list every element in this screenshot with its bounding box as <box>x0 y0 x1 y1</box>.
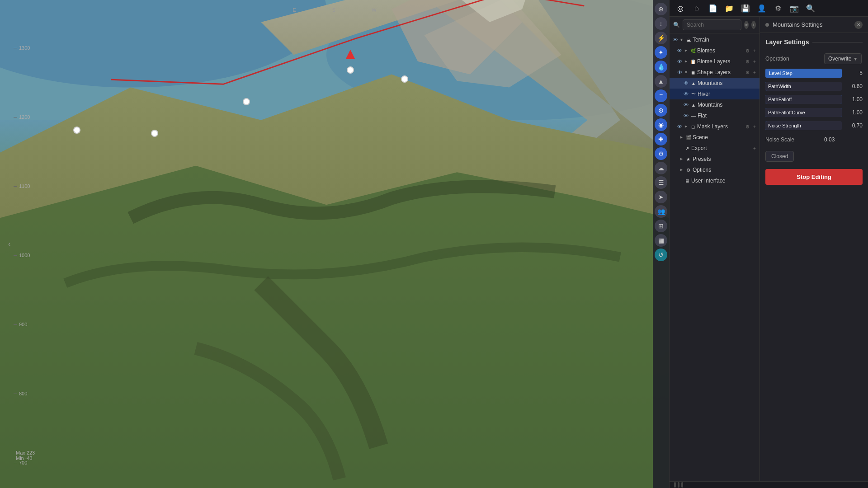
vis-scene <box>671 134 679 141</box>
layer-biome-layers[interactable]: 👁 ▼ 📋 Biome Layers ⚙ + <box>670 56 760 67</box>
save-btn[interactable]: 💾 <box>738 1 753 15</box>
stop-editing-btn[interactable]: Stop Editing <box>765 169 863 185</box>
param-path-width-row: PathWidth 0.60 <box>765 80 863 92</box>
gear-rt-btn[interactable]: ⚙ <box>655 147 667 160</box>
person-btn[interactable]: 👤 <box>755 1 769 15</box>
path-width-label: PathWidth <box>768 84 791 89</box>
document-btn[interactable]: 📄 <box>706 1 720 15</box>
drop-btn[interactable]: 💧 <box>655 61 667 73</box>
lightning-btn[interactable]: ⚡ <box>655 32 667 44</box>
home-btn[interactable]: ⌂ <box>689 1 704 15</box>
layer-mountains-1[interactable]: 👁 ▲ Mountains <box>670 78 760 89</box>
elev-1300: 1300 <box>14 45 41 51</box>
path-falloff-bar[interactable]: PathFalloff <box>765 95 842 104</box>
search-toolbar-btn[interactable]: 🔍 <box>803 1 818 15</box>
name-export: Export <box>691 145 750 151</box>
control-point-1[interactable] <box>347 66 354 74</box>
icon-mountains-2: ▲ <box>690 102 697 108</box>
biome-layers-add[interactable]: + <box>751 58 758 65</box>
cloud-btn[interactable]: ☁ <box>655 162 667 174</box>
layer-flat[interactable]: 👁 — Flat <box>670 110 760 121</box>
search-input[interactable] <box>683 19 741 30</box>
biomes-add[interactable]: + <box>751 47 758 54</box>
layer-ui[interactable]: 🖥 User Interface <box>670 175 760 186</box>
filter-btn[interactable]: ⊛ <box>655 104 667 117</box>
cross-btn[interactable]: ✚ <box>655 133 667 145</box>
search-options-btn[interactable]: + <box>751 21 756 29</box>
chevron-biomes: ▼ <box>684 49 688 53</box>
layer-presets[interactable]: ▼ ★ Presets <box>670 154 760 164</box>
shape-layers-config[interactable]: ⚙ <box>744 69 750 75</box>
compass-btn[interactable]: ⊕ <box>655 3 667 15</box>
min-elevation: Min -43 <box>16 455 35 461</box>
logo-btn[interactable]: ◎ <box>673 1 688 15</box>
layer-export[interactable]: ↗ Export + <box>670 143 760 154</box>
control-point-2[interactable] <box>243 98 250 105</box>
biome-layers-config[interactable]: ⚙ <box>744 58 750 65</box>
chevron-biome-layers: ▼ <box>684 60 688 64</box>
layer-biomes[interactable]: 👁 ▼ 🌿 Biomes ⚙ + <box>670 45 760 56</box>
download-btn[interactable]: ↓ <box>655 17 667 30</box>
bottom-line-3 <box>681 482 683 488</box>
operation-select[interactable]: Overwrite ▼ <box>824 53 862 64</box>
vis-river[interactable]: 👁 <box>682 90 689 98</box>
panel-toolbar: ◎ ⌂ 📄 📁 💾 👤 ⚙ 📷 🔍 <box>670 0 868 17</box>
vis-options <box>671 166 679 174</box>
noise-strength-bar[interactable]: Noise Strength <box>765 121 842 130</box>
layer-mask-layers[interactable]: 👁 ▼ ◻ Mask Layers ⚙ + <box>670 121 760 132</box>
mask-layers-config[interactable]: ⚙ <box>744 123 750 130</box>
operation-row: Operation Overwrite ▼ <box>765 52 863 66</box>
search-clear-btn[interactable]: ✕ <box>744 21 749 29</box>
compass-w: W <box>354 7 394 13</box>
control-point-5[interactable] <box>401 75 408 83</box>
icon-presets: ★ <box>685 156 692 162</box>
icon-export: ↗ <box>684 145 690 151</box>
layer-scene[interactable]: ▼ 🎬 Scene <box>670 132 760 143</box>
chevron-terrain: ▼ <box>679 38 684 42</box>
vis-flat[interactable]: 👁 <box>682 112 689 119</box>
vis-biome-layers[interactable]: 👁 <box>676 58 683 65</box>
users-btn[interactable]: 👥 <box>655 205 667 218</box>
eye-rt-btn[interactable]: ◉ <box>655 118 667 131</box>
closed-btn[interactable]: Closed <box>765 151 794 162</box>
chart-btn[interactable]: ▦ <box>655 234 667 247</box>
vis-terrain[interactable]: 👁 <box>671 36 679 43</box>
settings-toolbar-btn[interactable]: ⚙ <box>771 1 785 15</box>
vis-mountains-2[interactable]: 👁 <box>682 101 689 108</box>
icon-biome-layers: 📋 <box>690 58 696 65</box>
level-step-bar[interactable]: Level Step <box>765 69 842 78</box>
path-width-bar[interactable]: PathWidth <box>765 82 842 91</box>
left-panel-handle[interactable]: ‹ <box>8 240 10 248</box>
vis-shape-layers[interactable]: 👁 <box>676 69 683 76</box>
control-point-3[interactable] <box>151 130 158 137</box>
biomes-config[interactable]: ⚙ <box>744 47 750 54</box>
layer-terrain[interactable]: 👁 ▼ ⛰ Terrain <box>670 34 760 45</box>
list-rt-btn[interactable]: ☰ <box>655 176 667 189</box>
control-point-4[interactable] <box>73 127 80 134</box>
elev-1200: 1200 <box>14 114 41 120</box>
vis-biomes[interactable]: 👁 <box>676 47 683 54</box>
move-btn[interactable]: ✦ <box>655 46 667 59</box>
mask-layers-add[interactable]: + <box>751 123 758 130</box>
building-btn[interactable]: ⊞ <box>655 220 667 232</box>
export-add[interactable]: + <box>751 145 758 151</box>
layer-mountains-2[interactable]: 👁 ▲ Mountains <box>670 99 760 110</box>
arrow-rt-btn[interactable]: ➤ <box>655 191 667 203</box>
right-settings-panel: Mountains Settings ✕ Layer Settings Oper… <box>760 17 868 481</box>
camera-btn[interactable]: 📷 <box>787 1 802 15</box>
mountain-btn[interactable]: ▲ <box>655 75 667 88</box>
layer-river[interactable]: 👁 〜 River <box>670 89 760 99</box>
vis-mountains-1[interactable]: 👁 <box>682 80 689 87</box>
side-panel: ◎ ⌂ 📄 📁 💾 👤 ⚙ 📷 🔍 🔍 ✕ + 👁 ▼ <box>669 0 868 488</box>
refresh-btn[interactable]: ↺ <box>655 249 667 261</box>
layers-rt-btn[interactable]: ≡ <box>655 89 667 102</box>
folder-btn[interactable]: 📁 <box>722 1 736 15</box>
vis-mask-layers[interactable]: 👁 <box>676 123 683 130</box>
path-falloff-curve-bar[interactable]: PathFalloffCurve <box>765 108 842 117</box>
chevron-mask-layers: ▼ <box>684 125 688 129</box>
layer-shape-layers[interactable]: 👁 ▼ ◼ Shape Layers ⚙ + <box>670 67 760 78</box>
settings-close-btn[interactable]: ✕ <box>854 21 863 29</box>
mask-layers-actions: ⚙ + <box>744 123 758 130</box>
shape-layers-add[interactable]: + <box>751 69 758 75</box>
layer-options[interactable]: ▼ ⚙ Options <box>670 164 760 175</box>
